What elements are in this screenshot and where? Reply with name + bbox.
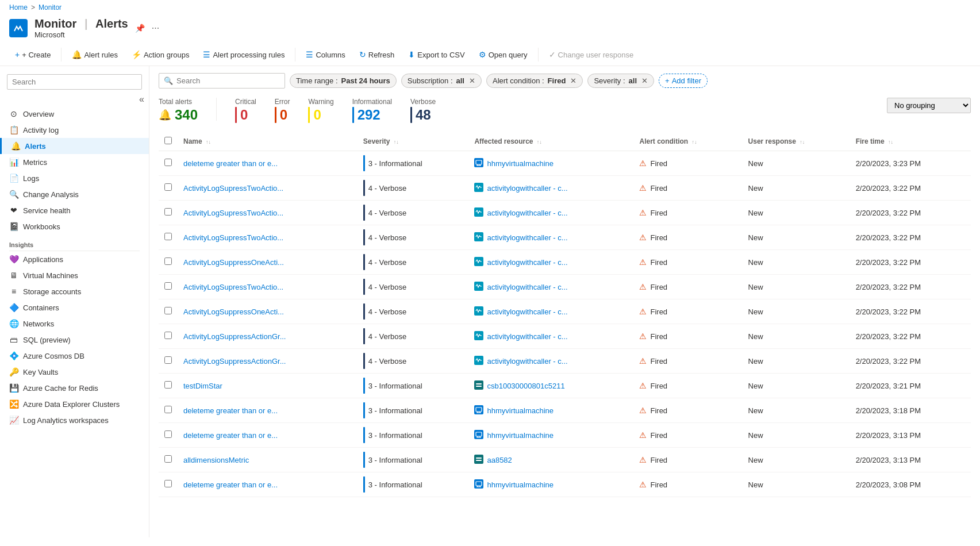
row-checkbox-12[interactable]: [164, 455, 172, 463]
row-resource[interactable]: activitylogwithcaller - c...: [468, 250, 633, 275]
row-checkbox-cell[interactable]: [159, 176, 178, 201]
grouping-dropdown[interactable]: No grouping Group by resource Group by s…: [887, 98, 971, 113]
row-checkbox-8[interactable]: [164, 356, 172, 364]
row-checkbox-cell[interactable]: [159, 201, 178, 225]
sidebar-item-redis-cache[interactable]: 💾 Azure Cache for Redis: [0, 380, 149, 396]
row-resource[interactable]: activitylogwithcaller - c...: [468, 349, 633, 374]
pin-button[interactable]: 📌: [135, 24, 145, 33]
row-checkbox-cell[interactable]: [159, 299, 178, 324]
row-checkbox-cell[interactable]: [159, 275, 178, 299]
row-name[interactable]: ActivityLogSupressTwoActio...: [178, 275, 358, 299]
stat-warning[interactable]: Warning 0: [308, 98, 333, 123]
open-query-button[interactable]: ⚙ Open query: [473, 47, 533, 62]
sidebar-item-metrics[interactable]: 📊 Metrics: [0, 154, 149, 170]
alert-condition-filter[interactable]: Alert condition : Fired ✕: [486, 74, 583, 88]
alert-rules-button[interactable]: 🔔 Alert rules: [66, 47, 124, 62]
row-name[interactable]: deleteme greater than or e...: [178, 398, 358, 423]
row-resource[interactable]: activitylogwithcaller - c...: [468, 201, 633, 225]
table-header-alert-condition[interactable]: Alert condition ↑↓: [633, 132, 742, 151]
row-resource[interactable]: activitylogwithcaller - c...: [468, 324, 633, 349]
row-checkbox-3[interactable]: [164, 233, 172, 240]
row-name[interactable]: ActivityLogSuppressActionGr...: [178, 349, 358, 374]
sidebar-item-workbooks[interactable]: 📓 Workbooks: [0, 218, 149, 234]
row-name[interactable]: deleteme greater than or e...: [178, 423, 358, 448]
row-checkbox-1[interactable]: [164, 183, 172, 191]
row-checkbox-5[interactable]: [164, 282, 172, 290]
table-header-name[interactable]: Name ↑↓: [178, 132, 358, 151]
row-checkbox-0[interactable]: [164, 159, 172, 166]
row-name[interactable]: testDimStar: [178, 374, 358, 398]
row-checkbox-10[interactable]: [164, 406, 172, 413]
time-range-filter[interactable]: Time range : Past 24 hours: [290, 74, 397, 88]
row-resource[interactable]: aa8582: [468, 448, 633, 472]
action-groups-button[interactable]: ⚡ Action groups: [126, 47, 195, 62]
row-checkbox-cell[interactable]: [159, 349, 178, 374]
subscription-filter[interactable]: Subscription : all ✕: [401, 74, 482, 88]
row-checkbox-cell[interactable]: [159, 398, 178, 423]
row-checkbox-cell[interactable]: [159, 423, 178, 448]
select-all-checkbox[interactable]: [164, 137, 172, 144]
table-header-checkbox[interactable]: [159, 132, 178, 151]
breadcrumb-home[interactable]: Home: [9, 3, 28, 11]
row-name[interactable]: ActivityLogSuppressOneActi...: [178, 299, 358, 324]
row-checkbox-11[interactable]: [164, 430, 172, 438]
sidebar-item-logs[interactable]: 📄 Logs: [0, 170, 149, 186]
sidebar-item-virtual-machines[interactable]: 🖥 Virtual Machines: [0, 267, 149, 283]
row-checkbox-2[interactable]: [164, 208, 172, 216]
row-resource[interactable]: activitylogwithcaller - c...: [468, 225, 633, 250]
refresh-button[interactable]: ↻ Refresh: [353, 47, 401, 62]
sidebar-collapse-button[interactable]: «: [139, 94, 144, 105]
sidebar-item-key-vaults[interactable]: 🔑 Key Vaults: [0, 364, 149, 380]
row-checkbox-cell[interactable]: [159, 225, 178, 250]
sidebar-item-activity-log[interactable]: 📋 Activity log: [0, 122, 149, 138]
row-resource[interactable]: hhmyvirtualmachine: [468, 151, 633, 176]
sidebar-item-service-health[interactable]: ❤ Service health: [0, 202, 149, 218]
stat-critical[interactable]: Critical 0: [235, 98, 256, 123]
sidebar-item-cosmos-db[interactable]: 💠 Azure Cosmos DB: [0, 348, 149, 364]
filter-search-box[interactable]: 🔍: [159, 73, 285, 89]
severity-close-icon[interactable]: ✕: [641, 76, 648, 85]
columns-button[interactable]: ☰ Columns: [300, 47, 351, 62]
grouping-selector[interactable]: No grouping Group by resource Group by s…: [887, 98, 971, 113]
row-checkbox-cell[interactable]: [159, 250, 178, 275]
row-name[interactable]: ActivityLogSuppressOneActi...: [178, 250, 358, 275]
row-resource[interactable]: hhmyvirtualmachine: [468, 423, 633, 448]
row-resource[interactable]: activitylogwithcaller - c...: [468, 176, 633, 201]
table-header-user-response[interactable]: User response ↑↓: [743, 132, 850, 151]
row-checkbox-4[interactable]: [164, 257, 172, 265]
subscription-close-icon[interactable]: ✕: [469, 76, 475, 85]
sidebar-item-applications[interactable]: 💜 Applications: [0, 251, 149, 267]
row-checkbox-cell[interactable]: [159, 448, 178, 472]
row-name[interactable]: deleteme greater than or e...: [178, 472, 358, 497]
table-header-fire-time[interactable]: Fire time ↑↓: [850, 132, 971, 151]
row-name[interactable]: ActivityLogSupressTwoActio...: [178, 201, 358, 225]
row-name[interactable]: ActivityLogSupressTwoActio...: [178, 225, 358, 250]
row-checkbox-cell[interactable]: [159, 374, 178, 398]
row-checkbox-cell[interactable]: [159, 324, 178, 349]
change-user-response-button[interactable]: ✓ Change user response: [543, 47, 640, 62]
table-header-affected-resource[interactable]: Affected resource ↑↓: [468, 132, 633, 151]
more-options-button[interactable]: ···: [152, 23, 159, 33]
row-resource[interactable]: csb10030000801c5211: [468, 374, 633, 398]
row-resource[interactable]: hhmyvirtualmachine: [468, 398, 633, 423]
create-button[interactable]: + + Create: [9, 47, 56, 62]
row-checkbox-9[interactable]: [164, 381, 172, 389]
row-checkbox-7[interactable]: [164, 332, 172, 339]
export-csv-button[interactable]: ⬇ Export to CSV: [402, 47, 470, 62]
row-name[interactable]: ActivityLogSupressTwoActio...: [178, 176, 358, 201]
sidebar-item-overview[interactable]: ⊙ Overview: [0, 106, 149, 122]
sidebar-item-alerts[interactable]: 🔔 Alerts: [0, 138, 149, 154]
alert-processing-rules-button[interactable]: ☰ Alert processing rules: [197, 47, 290, 62]
row-resource[interactable]: hhmyvirtualmachine: [468, 472, 633, 497]
row-checkbox-cell[interactable]: [159, 151, 178, 176]
sidebar-item-data-explorer[interactable]: 🔀 Azure Data Explorer Clusters: [0, 396, 149, 412]
stat-informational[interactable]: Informational 292: [352, 98, 392, 123]
stat-error[interactable]: Error 0: [275, 98, 290, 123]
row-resource[interactable]: activitylogwithcaller - c...: [468, 299, 633, 324]
row-name[interactable]: alldimensionsMetric: [178, 448, 358, 472]
sidebar-item-sql-preview[interactable]: 🗃 SQL (preview): [0, 332, 149, 348]
table-header-severity[interactable]: Severity ↑↓: [358, 132, 469, 151]
sidebar-item-containers[interactable]: 🔷 Containers: [0, 299, 149, 316]
search-input[interactable]: [176, 76, 280, 85]
row-checkbox-13[interactable]: [164, 480, 172, 487]
